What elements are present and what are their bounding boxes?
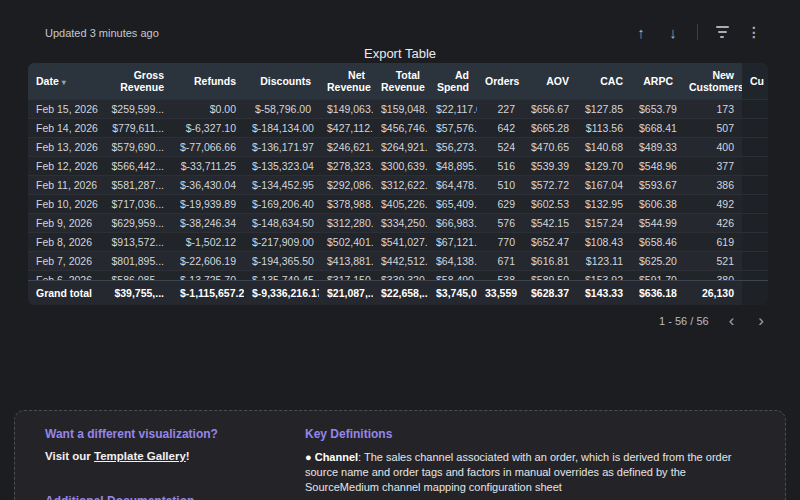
cell-aov: $470.65 — [523, 138, 577, 157]
table-row: Feb 8, 2026$913,572...$-1,502.12$-217,90… — [28, 233, 768, 252]
channel-definition: ● Channel: The sales channel associated … — [305, 450, 755, 496]
cell-gross-revenue: $913,572... — [102, 233, 172, 252]
cell-gross-revenue: $779,611... — [102, 119, 172, 138]
column-header-cu[interactable]: Cu — [742, 63, 768, 99]
cell-net-revenue: $312,280... — [319, 214, 373, 233]
column-header-refunds[interactable]: Refunds — [172, 63, 244, 99]
template-gallery-link[interactable]: Template Gallery — [94, 450, 186, 462]
cell-refunds: $-77,066.66 — [172, 138, 244, 157]
cell-gross-revenue: $259,599... — [102, 100, 172, 119]
additional-documentation-heading: Additional Documentation — [45, 494, 283, 500]
column-header-aov[interactable]: AOV — [523, 63, 577, 99]
updated-status: Updated 3 minutes ago — [45, 27, 159, 39]
cell-aov: $542.15 — [523, 214, 577, 233]
cell-date: Feb 8, 2026 — [28, 233, 102, 252]
cell-refunds: $-22,606.19 — [172, 252, 244, 271]
cell-ad-spend: $22,117.68 — [428, 100, 477, 119]
cell-aov: $589.50 — [523, 271, 577, 281]
column-header-gross-revenue[interactable]: Gross Revenue — [102, 63, 172, 99]
cell-arpc: $668.41 — [631, 119, 681, 138]
cell-refunds: $-38,246.34 — [172, 214, 244, 233]
cell-total-revenue: $456,746... — [373, 119, 428, 138]
cell-new-customers: 426 — [681, 214, 742, 233]
cell-orders: 227 — [477, 100, 523, 119]
cell-cac: $129.70 — [577, 157, 631, 176]
cell-net-revenue: $149,063... — [319, 100, 373, 119]
cell-ad-spend: $65,409.48 — [428, 195, 477, 214]
cell-net-revenue: $278,323... — [319, 157, 373, 176]
cell-aov: $539.39 — [523, 157, 577, 176]
cell-cac: $108.43 — [577, 233, 631, 252]
column-header-discounts[interactable]: Discounts — [244, 63, 319, 99]
column-header-total-revenue[interactable]: Total Revenue — [373, 63, 428, 99]
cell-discounts: $-169,206.40 — [244, 195, 319, 214]
cell-total-revenue: $312,622... — [373, 176, 428, 195]
cell-gross-revenue: $579,690... — [102, 138, 172, 157]
definition-term: ● Channel — [305, 451, 358, 463]
cell-cac: $127.85 — [577, 100, 631, 119]
cell-arpc: $548.96 — [631, 157, 681, 176]
key-definitions-heading: Key Definitions — [305, 427, 755, 441]
cell-arpc: $544.99 — [631, 214, 681, 233]
cell-ad-spend: $64,138.25 — [428, 252, 477, 271]
cell-aov: $665.28 — [523, 119, 577, 138]
cell-date: Feb 13, 2026 — [28, 138, 102, 157]
cell-discounts: $-135,749.45 — [244, 271, 319, 281]
visit-suffix: ! — [186, 450, 190, 462]
filter-icon[interactable] — [710, 20, 734, 44]
cell-orders: 770 — [477, 233, 523, 252]
total-cell-date: Grand total — [28, 281, 102, 305]
cell-gross-revenue: $629,959... — [102, 214, 172, 233]
total-cell-refunds: $-1,115,657.25 — [172, 281, 244, 305]
column-header-net-revenue[interactable]: Net Revenue — [319, 63, 373, 99]
total-cell-discounts: $-9,336,216.17 — [244, 281, 319, 305]
kebab-menu-icon[interactable]: ⋮ — [742, 20, 766, 44]
column-header-arpc[interactable]: ARPC — [631, 63, 681, 99]
column-header-ad-spend[interactable]: Ad Spend — [428, 63, 477, 99]
table-row: Feb 10, 2026$717,036...$-19,939.89$-169,… — [28, 195, 768, 214]
cell-arpc: $489.33 — [631, 138, 681, 157]
table-grand-total: Grand total$39,755,...$-1,115,657.25$-9,… — [28, 280, 768, 305]
table-row: Feb 7, 2026$801,895...$-22,606.19$-194,3… — [28, 252, 768, 271]
cell-cac: $167.04 — [577, 176, 631, 195]
cell-refunds: $-6,327.10 — [172, 119, 244, 138]
upload-arrow-icon[interactable]: ↑ — [629, 20, 653, 44]
cell-cu — [742, 233, 768, 252]
total-cell-cu — [742, 281, 768, 305]
column-header-new-customers[interactable]: New Customers — [681, 63, 742, 99]
table-header: Date▾Gross RevenueRefundsDiscountsNet Re… — [28, 63, 768, 99]
total-cell-orders: 33,559 — [477, 281, 523, 305]
cell-discounts: $-184,134.00 — [244, 119, 319, 138]
toolbar-divider — [697, 24, 698, 40]
cell-cu — [742, 271, 768, 281]
cell-total-revenue: $442,512... — [373, 252, 428, 271]
prev-page-icon[interactable]: ‹ — [725, 312, 739, 329]
cell-total-revenue: $264,921... — [373, 138, 428, 157]
page-title: Export Table — [0, 46, 800, 61]
next-page-icon[interactable]: › — [754, 312, 768, 329]
cell-ad-spend: $58,490.39 — [428, 271, 477, 281]
cell-arpc: $658.46 — [631, 233, 681, 252]
cell-cu — [742, 176, 768, 195]
cell-orders: 510 — [477, 176, 523, 195]
column-header-orders[interactable]: Orders — [477, 63, 523, 99]
cell-new-customers: 377 — [681, 157, 742, 176]
total-cell-cac: $143.33 — [577, 281, 631, 305]
cell-aov: $656.67 — [523, 100, 577, 119]
column-header-date[interactable]: Date▾ — [28, 63, 102, 99]
column-header-cac[interactable]: CAC — [577, 63, 631, 99]
cell-date: Feb 15, 2026 — [28, 100, 102, 119]
download-arrow-icon[interactable]: ↓ — [661, 20, 685, 44]
cell-total-revenue: $541,027... — [373, 233, 428, 252]
cell-ad-spend: $66,983.26 — [428, 214, 477, 233]
total-cell-ad-spend: $3,745,0... — [428, 281, 477, 305]
cell-net-revenue: $427,112... — [319, 119, 373, 138]
cell-arpc: $625.20 — [631, 252, 681, 271]
cell-refunds: $-13,725.70 — [172, 271, 244, 281]
table-body[interactable]: Feb 15, 2026$259,599...$0.00$-58,796.00$… — [28, 99, 768, 280]
cell-discounts: $-58,796.00 — [244, 100, 319, 119]
total-cell-new-customers: 26,130 — [681, 281, 742, 305]
cell-total-revenue: $159,048... — [373, 100, 428, 119]
cell-net-revenue: $378,988... — [319, 195, 373, 214]
cell-orders: 524 — [477, 138, 523, 157]
